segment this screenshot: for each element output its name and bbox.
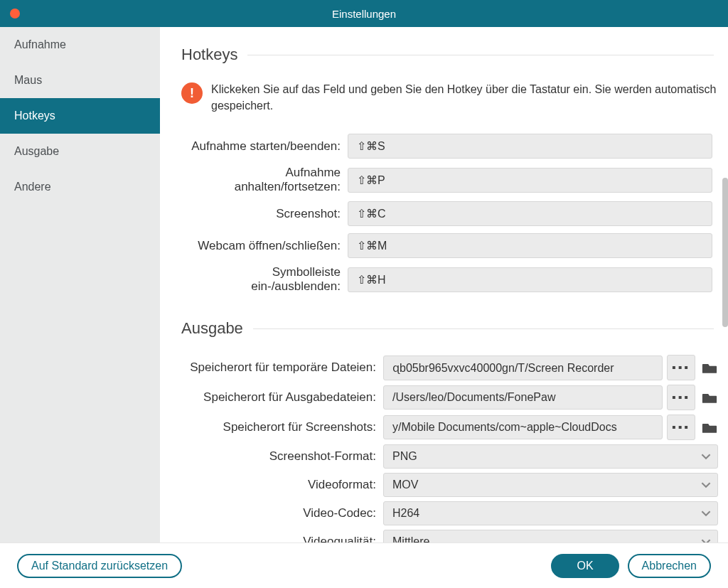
select-value: PNG bbox=[384, 445, 695, 468]
chevron-down-icon bbox=[695, 508, 717, 518]
path-field-temp[interactable]: ɋb05br965vxvc40000gn/T/Screen Recorder bbox=[383, 356, 663, 380]
sidebar-item-maus[interactable]: Maus bbox=[0, 63, 160, 98]
out-label: Speicherort für Ausgabedateien: bbox=[181, 390, 383, 405]
select-value: MOV bbox=[384, 474, 695, 496]
select-screenshot-format[interactable]: PNG bbox=[383, 444, 718, 469]
hotkey-label: Screenshot: bbox=[181, 207, 348, 221]
more-button[interactable]: ▪▪▪ bbox=[667, 385, 695, 410]
select-video-format[interactable]: MOV bbox=[383, 473, 718, 497]
close-icon[interactable] bbox=[10, 9, 20, 18]
hotkey-label: Webcam öffnen/schließen: bbox=[181, 239, 348, 253]
sidebar-item-hotkeys[interactable]: Hotkeys bbox=[0, 98, 160, 134]
path-field-output[interactable]: /Users/leo/Documents/FonePaw bbox=[383, 385, 663, 410]
path-field-screenshots[interactable]: y/Mobile Documents/com~apple~CloudDocs bbox=[383, 415, 663, 439]
alert-text: Klickeken Sie auf das Feld und geben Sie… bbox=[211, 81, 718, 114]
out-label: Speicherort für Screenshots: bbox=[181, 420, 383, 434]
window-title: Einstellungen bbox=[0, 8, 728, 20]
hotkey-row-screenshot: Screenshot: ⇧⌘C bbox=[181, 201, 718, 226]
more-button[interactable]: ▪▪▪ bbox=[667, 355, 695, 380]
select-row-video-format: Videoformat: MOV bbox=[181, 473, 718, 497]
cancel-button[interactable]: Abbrechen bbox=[628, 554, 711, 578]
output-row-output: Speicherort für Ausgabedateien: /Users/l… bbox=[181, 385, 718, 410]
ok-button[interactable]: OK bbox=[551, 554, 619, 578]
hotkey-label: Aufnahme anhalten/fortsetzen: bbox=[181, 166, 348, 194]
folder-icon[interactable] bbox=[701, 385, 718, 410]
reset-button[interactable]: Auf Standard zurücksetzen bbox=[17, 554, 182, 578]
scrollbar[interactable] bbox=[722, 178, 728, 327]
sidebar-item-aufnahme[interactable]: Aufnahme bbox=[0, 27, 160, 63]
out-label: Videoformat: bbox=[181, 478, 383, 492]
hotkey-field-start-stop[interactable]: ⇧⌘S bbox=[348, 134, 712, 159]
section-header-ausgabe: Ausgabe bbox=[181, 319, 718, 338]
hotkey-field-toolbar[interactable]: ⇧⌘H bbox=[348, 267, 712, 292]
section-header-hotkeys: Hotkeys bbox=[181, 46, 718, 64]
more-button[interactable]: ▪▪▪ bbox=[667, 415, 695, 440]
select-value: Mittlere bbox=[384, 530, 695, 542]
alert-icon: ! bbox=[181, 82, 203, 104]
hotkey-field-pause[interactable]: ⇧⌘P bbox=[348, 168, 712, 193]
hotkey-row-webcam: Webcam öffnen/schließen: ⇧⌘M bbox=[181, 233, 718, 258]
hotkey-label: Aufnahme starten/beenden: bbox=[181, 139, 348, 154]
chevron-down-icon bbox=[695, 480, 717, 490]
divider bbox=[247, 55, 714, 55]
select-value: H264 bbox=[384, 502, 695, 525]
main-panel: Hotkeys ! Klickeken Sie auf das Feld und… bbox=[160, 27, 728, 542]
select-video-codec[interactable]: H264 bbox=[383, 501, 718, 525]
hotkey-row-start-stop: Aufnahme starten/beenden: ⇧⌘S bbox=[181, 134, 718, 159]
info-alert: ! Klickeken Sie auf das Feld und geben S… bbox=[181, 81, 718, 114]
output-row-screenshots: Speicherort für Screenshots: y/Mobile Do… bbox=[181, 415, 718, 440]
select-video-quality[interactable]: Mittlere bbox=[383, 530, 718, 542]
folder-icon[interactable] bbox=[701, 415, 718, 440]
hotkey-label: Symbolleiste ein-/ausblenden: bbox=[181, 265, 348, 294]
hotkey-field-screenshot[interactable]: ⇧⌘C bbox=[348, 201, 712, 226]
out-label: Videoqualität: bbox=[181, 535, 383, 542]
sidebar: Aufnahme Maus Hotkeys Ausgabe Andere bbox=[0, 27, 160, 542]
out-label: Speicherort für temporäre Dateien: bbox=[181, 360, 383, 375]
folder-icon[interactable] bbox=[701, 355, 718, 380]
footer: Auf Standard zurücksetzen OK Abbrechen bbox=[0, 542, 728, 588]
titlebar: Einstellungen bbox=[0, 0, 728, 27]
sidebar-item-ausgabe[interactable]: Ausgabe bbox=[0, 134, 160, 169]
hotkey-row-toolbar: Symbolleiste ein-/ausblenden: ⇧⌘H bbox=[181, 265, 718, 294]
out-label: Video-Codec: bbox=[181, 506, 383, 520]
sidebar-item-andere[interactable]: Andere bbox=[0, 169, 160, 205]
select-row-video-codec: Video-Codec: H264 bbox=[181, 501, 718, 525]
out-label: Screenshot-Format: bbox=[181, 449, 383, 464]
chevron-down-icon bbox=[695, 451, 717, 461]
section-title: Ausgabe bbox=[181, 319, 243, 338]
hotkey-row-pause: Aufnahme anhalten/fortsetzen: ⇧⌘P bbox=[181, 166, 718, 194]
hotkey-field-webcam[interactable]: ⇧⌘M bbox=[348, 233, 712, 258]
divider bbox=[253, 328, 714, 329]
chevron-down-icon bbox=[695, 537, 717, 542]
select-row-screenshot-format: Screenshot-Format: PNG bbox=[181, 444, 718, 469]
select-row-video-quality: Videoqualität: Mittlere bbox=[181, 530, 718, 542]
section-title: Hotkeys bbox=[181, 46, 237, 64]
output-row-temp: Speicherort für temporäre Dateien: ɋb05b… bbox=[181, 355, 718, 380]
